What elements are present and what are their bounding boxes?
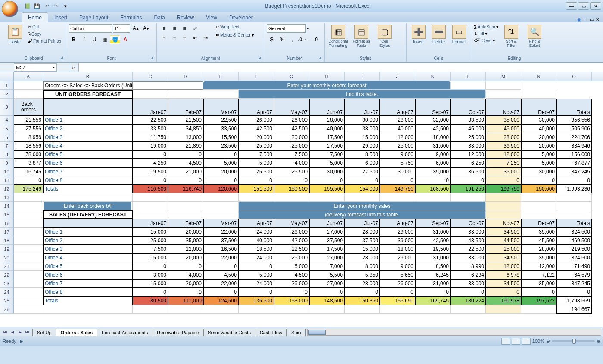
cell[interactable]: 155,650 — [380, 296, 415, 305]
cell[interactable] — [556, 202, 592, 210]
col-header-G[interactable]: G — [274, 72, 309, 81]
align-center[interactable]: ≡ — [170, 34, 179, 42]
cell[interactable] — [203, 305, 239, 314]
cell[interactable]: 0 — [345, 176, 380, 185]
cell[interactable]: 29,000 — [380, 253, 415, 262]
cell[interactable]: 9,000 — [415, 150, 451, 159]
cell[interactable]: 28,000 — [380, 116, 415, 124]
cell[interactable]: Office 7 — [43, 279, 133, 288]
zoom-out[interactable]: ⊖ — [546, 339, 550, 344]
tab-nav-last[interactable]: ⏭ — [24, 329, 31, 336]
alignment-launcher[interactable]: ◢ — [258, 56, 263, 61]
cell[interactable]: 35,000 — [415, 167, 451, 176]
cell[interactable]: Office 7 — [43, 167, 133, 176]
row-header-14[interactable]: 14 — [0, 202, 14, 210]
clear-button[interactable]: ⌫ Clear ▾ — [474, 38, 499, 43]
cell[interactable]: 17,500 — [309, 245, 345, 253]
sheet-tab-cash-flow[interactable]: Cash Flow — [255, 329, 287, 336]
cell[interactable]: Apr-07 — [239, 219, 274, 228]
cell[interactable] — [415, 305, 451, 314]
cell[interactable]: 5,650 — [380, 271, 415, 279]
col-header-N[interactable]: N — [521, 72, 556, 81]
cell[interactable]: 25,500 — [239, 167, 274, 176]
cell[interactable] — [168, 305, 203, 314]
cell[interactable]: Office 1 — [43, 116, 133, 124]
col-header-F[interactable]: F — [239, 72, 274, 81]
fill-button[interactable]: ⬇ Fill ▾ — [474, 31, 499, 37]
row-header-16[interactable]: 16 — [0, 219, 14, 228]
cell[interactable]: Orders <> Sales <> Back Orders (Units) — [43, 81, 133, 90]
cell[interactable] — [274, 193, 309, 202]
cell[interactable]: 7,500 — [274, 150, 309, 159]
cell[interactable]: 34,500 — [486, 228, 521, 236]
cell[interactable]: 18,000 — [380, 245, 415, 253]
zoom-in[interactable]: ⊕ — [597, 339, 600, 344]
cell[interactable]: 0 — [168, 288, 203, 296]
cell[interactable]: Office 8 — [43, 176, 133, 185]
cell[interactable] — [203, 202, 239, 210]
cell[interactable]: 26,000 — [274, 116, 309, 124]
cell[interactable]: 35,000 — [486, 116, 521, 124]
cell[interactable]: 0 — [451, 288, 486, 296]
cell[interactable]: 12,000 — [451, 150, 486, 159]
cell[interactable]: 149,750 — [380, 185, 415, 193]
cell[interactable]: 0 — [239, 176, 274, 185]
cell[interactable]: 150,350 — [345, 296, 380, 305]
tab-nav-prev[interactable]: ◀ — [9, 329, 16, 336]
col-header-D[interactable]: D — [168, 72, 203, 81]
cell[interactable] — [309, 305, 345, 314]
cell[interactable]: 324,500 — [556, 228, 592, 236]
cell[interactable]: UNIT ORDERS FORECAST — [43, 90, 133, 99]
cell[interactable] — [168, 210, 203, 219]
cell[interactable]: Totals — [43, 296, 133, 305]
cell[interactable]: 11,750 — [133, 133, 168, 142]
cell[interactable]: 33,500 — [451, 116, 486, 124]
cell[interactable]: 46,000 — [486, 124, 521, 133]
cell[interactable]: 5,500 — [309, 271, 345, 279]
row-header-9[interactable]: 9 — [0, 159, 14, 167]
cell[interactable]: 28,000 — [345, 253, 380, 262]
cell[interactable] — [14, 296, 43, 305]
cell[interactable]: 116,740 — [168, 185, 203, 193]
row-header-2[interactable]: 2 — [0, 90, 14, 99]
font-family-select[interactable] — [69, 24, 112, 33]
currency-button[interactable]: $ — [267, 35, 277, 44]
cell[interactable] — [168, 90, 203, 99]
format-painter-button[interactable]: 🖌 Format Painter — [28, 38, 62, 43]
cell[interactable]: 80,500 — [133, 296, 168, 305]
cell[interactable]: 22,500 — [133, 116, 168, 124]
row-header-22[interactable]: 22 — [0, 271, 14, 279]
cell[interactable]: 334,946 — [556, 142, 592, 150]
cell[interactable]: 4,500 — [274, 271, 309, 279]
cell[interactable] — [345, 193, 380, 202]
cell[interactable]: 20,000 — [203, 167, 239, 176]
cell[interactable]: 34,500 — [486, 253, 521, 262]
cell[interactable]: 35,000 — [168, 236, 203, 245]
cell[interactable]: 0 — [133, 288, 168, 296]
cell[interactable] — [380, 305, 415, 314]
sheet-tab-semi-variable-costs[interactable]: Semi Variable Costs — [203, 329, 255, 336]
col-header-H[interactable]: H — [309, 72, 345, 81]
cell[interactable] — [274, 305, 309, 314]
cell[interactable]: 135,500 — [239, 296, 274, 305]
cut-button[interactable]: ✂ Cut — [28, 24, 62, 30]
cell[interactable] — [239, 305, 274, 314]
cell[interactable]: Totals — [556, 219, 592, 228]
cell[interactable]: 0 — [133, 150, 168, 159]
cell[interactable]: 27,000 — [309, 228, 345, 236]
cell[interactable]: 0 — [203, 262, 239, 271]
cell[interactable]: 7,122 — [521, 271, 556, 279]
cell[interactable]: 4,000 — [168, 271, 203, 279]
row-header-23[interactable]: 23 — [0, 279, 14, 288]
cell[interactable]: 5,000 — [521, 159, 556, 167]
cell[interactable]: 5,750 — [380, 159, 415, 167]
cell[interactable]: Office 3 — [43, 245, 133, 253]
cell[interactable]: May-07 — [274, 99, 309, 116]
cell[interactable]: 16,500 — [203, 245, 239, 253]
cell[interactable] — [14, 202, 43, 210]
align-left[interactable]: ≡ — [159, 34, 169, 42]
cell[interactable]: 25,000 — [451, 133, 486, 142]
col-header-I[interactable]: I — [345, 72, 380, 81]
cell[interactable]: 25,500 — [274, 167, 309, 176]
cell[interactable]: 30,000 — [309, 167, 345, 176]
